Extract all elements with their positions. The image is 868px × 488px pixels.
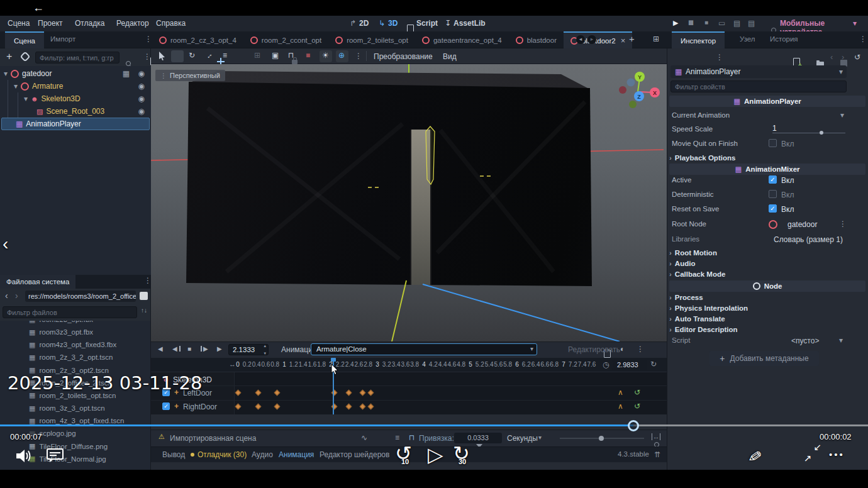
timeline-zoom-slider-handle[interactable] — [599, 436, 604, 441]
movie-maker-button[interactable] — [748, 19, 755, 28]
sun-toggle-icon[interactable] — [322, 51, 329, 60]
deterministic-checkbox[interactable] — [769, 190, 777, 198]
play-scene-button[interactable] — [718, 19, 725, 28]
speed-scale-slider-handle[interactable] — [820, 131, 823, 135]
more-options-icon[interactable] — [829, 449, 845, 460]
movie-quit-checkbox[interactable] — [769, 139, 777, 147]
group-auto-translate[interactable]: Auto Translate — [669, 313, 858, 324]
file-row[interactable]: room_2z_3_2_opt.tscn — [0, 351, 150, 363]
scene-filter-input[interactable] — [35, 52, 120, 64]
fs-path-box[interactable]: res://models/rooms3/room_2_office — [25, 291, 136, 302]
new-tab-icon[interactable] — [629, 33, 635, 44]
seek-bar-played[interactable] — [0, 424, 633, 426]
current-animation-prop-chevron-icon[interactable] — [840, 111, 844, 119]
snap-toggle-icon[interactable] — [288, 51, 294, 60]
bottom-tab-output[interactable]: Вывод — [162, 450, 185, 459]
play-backwards-end-icon[interactable] — [158, 345, 163, 352]
update-available-icon[interactable] — [654, 450, 660, 459]
inspector-history-icon[interactable] — [854, 53, 860, 62]
speed-scale-value[interactable]: 1 — [772, 124, 777, 133]
script-value[interactable]: <пусто> — [791, 336, 819, 345]
warning-icon[interactable] — [159, 433, 165, 441]
scene-tab[interactable]: room_2_ccont_opt — [243, 31, 328, 48]
mode-assetlib[interactable]: AssetLib — [453, 19, 486, 28]
scene-tree-menu-icon[interactable] — [143, 52, 151, 61]
select-list-icon[interactable] — [223, 51, 227, 60]
menu-help[interactable]: Справка — [156, 19, 186, 28]
active-checkbox[interactable] — [769, 175, 777, 184]
playhead-handle[interactable] — [331, 358, 336, 362]
scene-tab[interactable]: room_2_cz_3_opt_4 — [152, 31, 243, 48]
overlay-chevron-left-icon[interactable] — [3, 234, 8, 254]
loop-animation-icon[interactable] — [650, 360, 657, 369]
tab-nav-back-icon[interactable]: ◂ — [576, 35, 585, 44]
lock-icon[interactable] — [292, 60, 298, 64]
bottom-tab-debugger[interactable]: Отладчик (30) — [198, 450, 247, 459]
version-label[interactable]: 4.3.stable — [618, 450, 649, 458]
edit-animation-button[interactable]: Редактировать — [568, 345, 620, 354]
scene-tab[interactable]: blastdoor2 — [564, 31, 632, 48]
bottom-tab-animation[interactable]: Анимация — [279, 450, 314, 459]
track-interp-icon[interactable] — [618, 388, 623, 397]
visibility-icon[interactable] — [138, 69, 145, 78]
seek-bar-handle[interactable] — [628, 420, 639, 431]
track-enabled-checkbox[interactable] — [162, 402, 170, 410]
file-row[interactable]: room2z3_opt.fbx — [0, 321, 150, 326]
back-icon[interactable] — [33, 1, 44, 14]
expand-icon[interactable] — [4, 69, 8, 78]
captions-icon[interactable] — [47, 448, 64, 463]
tree-row-animationplayer[interactable]: AnimationPlayer — [1, 118, 150, 130]
bottom-tab-shader-editor[interactable]: Редактор шейдеров — [320, 450, 389, 459]
time-spinbox[interactable]: 2.1333 — [228, 344, 269, 355]
close-tab-icon[interactable] — [621, 36, 626, 45]
tab-node[interactable]: Узел — [740, 35, 755, 43]
camera-preview-icon[interactable] — [306, 51, 310, 60]
tab-inspector[interactable]: Инспектор — [672, 31, 725, 48]
expand-viewport-icon[interactable] — [653, 35, 659, 43]
tab-filesystem[interactable]: Файловая система — [0, 275, 75, 289]
reset-on-save-checkbox[interactable] — [769, 204, 777, 213]
inspector-dock-menu-icon[interactable] — [859, 35, 867, 43]
scene-dock-menu-icon[interactable] — [145, 35, 152, 43]
viewport-menu-icon[interactable] — [160, 72, 167, 79]
onion-skinning-icon[interactable] — [620, 345, 625, 353]
file-row[interactable]: room4z3_opt_fixed3.fbx — [0, 338, 150, 351]
section-node[interactable]: Node — [669, 280, 865, 292]
view-menu[interactable]: Вид — [443, 52, 457, 61]
inspector-filter-input[interactable] — [670, 80, 847, 92]
environment-toggle-icon[interactable] — [338, 51, 345, 60]
volume-icon[interactable] — [15, 448, 34, 464]
stop-button[interactable] — [704, 19, 708, 26]
track-loop-mode-icon[interactable] — [634, 402, 640, 411]
play-from-start-icon[interactable] — [203, 345, 208, 352]
tab-import-dock[interactable]: Импорт — [50, 35, 75, 43]
expand-icon[interactable] — [14, 82, 18, 91]
mode-3d[interactable]: 3D — [388, 19, 398, 28]
scene-tab[interactable]: gateaentrance_opt_4 — [415, 31, 509, 48]
fs-filter-input[interactable] — [3, 306, 137, 318]
play-animation-icon[interactable] — [217, 345, 222, 352]
overlay-play-icon[interactable]: ▷ — [428, 443, 443, 467]
scale-tool-icon[interactable] — [205, 51, 213, 60]
add-metadata-button[interactable]: Добавить метаданные — [709, 351, 819, 366]
bottom-tab-audio[interactable]: Аудио — [252, 450, 273, 459]
inspector-forward-icon[interactable] — [842, 52, 844, 62]
scene-tab[interactable]: room_2_toilets_opt — [328, 31, 415, 48]
fs-back-icon[interactable] — [5, 291, 8, 301]
menu-scene[interactable]: Сцена — [8, 19, 30, 28]
speed-scale-slider[interactable] — [772, 133, 845, 133]
root-node-value[interactable]: gatedoor — [787, 220, 817, 229]
inspector-back-icon[interactable] — [830, 52, 833, 62]
root-node-options-icon[interactable] — [839, 219, 847, 228]
seek-bar-remaining[interactable] — [633, 424, 868, 426]
fit-timeline-icon[interactable] — [652, 433, 660, 440]
tree-row-armature[interactable]: Armature — [1, 80, 150, 92]
snap-magnet-icon[interactable] — [409, 433, 415, 442]
imported-scene-warning[interactable]: Импортированная сцена — [170, 434, 256, 443]
visibility-icon[interactable] — [138, 107, 145, 116]
menu-project[interactable]: Проект — [38, 19, 63, 28]
menu-editor[interactable]: Редактор — [116, 19, 149, 28]
group-tracks-icon[interactable] — [395, 433, 399, 442]
tree-row-skeleton3d[interactable]: Skeleton3D — [1, 92, 150, 105]
group-root-motion[interactable]: Root Motion — [669, 247, 858, 258]
